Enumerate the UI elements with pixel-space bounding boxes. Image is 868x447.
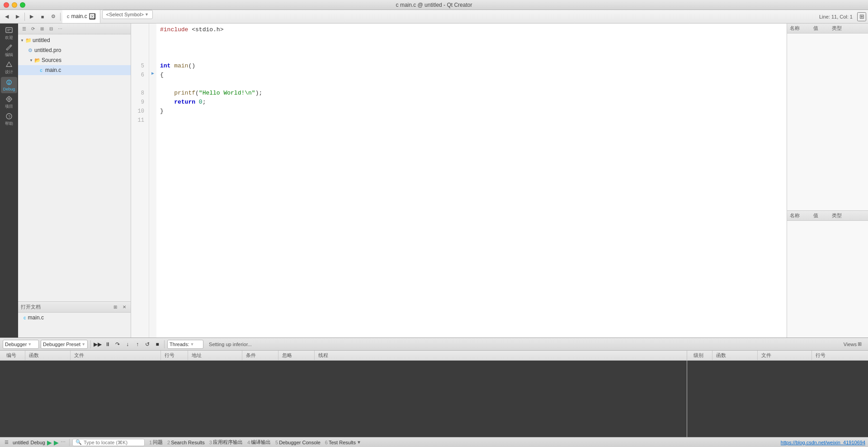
- bottom-area: Debugger ▼ Debugger Preset ▼ ▶▶ ⏸ ↷ ↓ ↑ …: [0, 338, 868, 437]
- right-panel-top-content: [787, 33, 868, 210]
- tree-item-pro[interactable]: ⚙ untitled.pro: [18, 45, 131, 55]
- code-editor[interactable]: 5 6 8 9 10 11 ▶: [131, 24, 787, 338]
- tab-label-6: Test Results: [329, 440, 356, 445]
- tab-close-button[interactable]: ✕: [89, 13, 95, 19]
- locate-search-box[interactable]: 🔍: [72, 439, 145, 446]
- gutter-line-6: ▶: [149, 69, 156, 78]
- tab-bar: c main.c ✕ <Select Symbol> ▼: [62, 10, 818, 23]
- open-docs-expand-button[interactable]: ⊞: [112, 304, 119, 311]
- tab-label-5: Debugger Console: [279, 440, 321, 445]
- sidebar-item-debug[interactable]: Debug: [1, 77, 17, 93]
- debugger-status: Setting up inferior...: [209, 342, 252, 347]
- sync-tree-button[interactable]: ⟳: [29, 25, 37, 33]
- sidebar-item-edit[interactable]: 编辑: [1, 43, 17, 59]
- back-button[interactable]: ◀: [2, 12, 12, 22]
- status-bar: ☰ untitled Debug ▶ ▶ ⋯ 🔍 1 问题 2 Search R…: [0, 437, 868, 447]
- debugger-select[interactable]: Debugger ▼: [3, 340, 39, 349]
- code-line-4: [160, 52, 783, 62]
- locate-input[interactable]: [84, 440, 138, 445]
- views-expand-button[interactable]: ⊞: [858, 341, 862, 347]
- gutter-line-1: [149, 24, 156, 33]
- threads-select[interactable]: Threads: ▼: [167, 340, 203, 349]
- sidebar-item-projects[interactable]: 项目: [1, 94, 17, 110]
- debug-run-status-button[interactable]: ▶: [54, 439, 59, 446]
- sidebar-item-help[interactable]: ? 帮助: [1, 111, 17, 128]
- status-tab-test-results[interactable]: 6 Test Results ▼: [323, 440, 363, 445]
- maximize-button[interactable]: [20, 2, 25, 8]
- svg-point-8: [8, 98, 10, 100]
- threads-label: Threads:: [170, 342, 189, 347]
- open-doc-main-c[interactable]: c main.c: [18, 313, 131, 323]
- right-panel-top-header: 名称 值 类型: [787, 24, 868, 33]
- sidebar-projects-label: 项目: [5, 104, 13, 109]
- debug-restart-button[interactable]: ↺: [143, 340, 151, 348]
- status-tab-debugger-console[interactable]: 5 Debugger Console: [274, 440, 322, 445]
- right-panel-bottom-content: [787, 221, 868, 338]
- tree-item-main-c[interactable]: c main.c: [18, 65, 131, 75]
- gutter-line-2: [149, 33, 156, 42]
- stop-button[interactable]: ■: [38, 12, 47, 22]
- right-panel-bottom-header: 名称 值 类型: [787, 211, 868, 221]
- debugger-preset-select[interactable]: Debugger Preset ▼: [41, 340, 88, 349]
- debug-step-into-button[interactable]: ↓: [123, 340, 132, 348]
- tree-expand-button[interactable]: ⊞: [38, 25, 46, 33]
- run-button[interactable]: ▶: [47, 439, 52, 446]
- search-icon: 🔍: [75, 439, 82, 445]
- sidebar-item-welcome[interactable]: 欢迎: [1, 25, 17, 42]
- code-line-1: #include <stdio.h>: [160, 25, 783, 34]
- window-title: c main.c @ untitled - Qt Creator: [396, 2, 472, 8]
- tab-main-c[interactable]: c main.c ✕: [62, 10, 100, 23]
- debug-step-out-button[interactable]: ↑: [133, 340, 142, 348]
- tree-collapse-button[interactable]: ⊟: [47, 25, 55, 33]
- status-tab-compile-output[interactable]: 4 编译输出: [245, 439, 273, 446]
- toolbar-separator-1: [24, 13, 25, 21]
- stack-content: [687, 361, 868, 437]
- build-button[interactable]: ⚙: [48, 12, 58, 22]
- chevron-down-icon: ▼: [20, 38, 24, 43]
- run-project-label: untitled: [13, 440, 28, 445]
- run-more-button[interactable]: ⋯: [61, 439, 66, 445]
- code-line-11: [160, 116, 783, 125]
- filter-tree-button[interactable]: ☰: [20, 25, 28, 33]
- breakpoints-content: [0, 361, 687, 437]
- col-type-1: 类型: [832, 25, 842, 32]
- select-symbol-dropdown[interactable]: <Select Symbol> ▼: [102, 10, 153, 19]
- debug-run-button[interactable]: ▶: [27, 12, 37, 22]
- close-button[interactable]: [4, 2, 9, 8]
- code-line-6: {: [160, 71, 783, 80]
- forward-button[interactable]: ▶: [13, 12, 23, 22]
- views-button[interactable]: Views ⊞: [840, 341, 865, 347]
- gutter-line-8: [149, 87, 156, 96]
- sidebar-toggle-button[interactable]: ☰: [3, 439, 10, 446]
- col-name-1: 名称: [790, 25, 800, 32]
- debugger-chevron-icon: ▼: [28, 342, 32, 347]
- debug-interrupt-button[interactable]: ⏸: [104, 340, 112, 348]
- breakpoints-header: 编号 函数 文件 行号 地址 条件 忽略 线程: [0, 351, 687, 361]
- minimize-button[interactable]: [12, 2, 17, 8]
- debug-continue-button[interactable]: ▶▶: [94, 340, 102, 348]
- code-line-8: printf("Hello World!\n");: [160, 89, 783, 98]
- split-editor-button[interactable]: ⊞: [857, 12, 866, 21]
- c-file-icon: c: [38, 67, 44, 73]
- status-tab-app-output[interactable]: 3 应用程序输出: [208, 439, 245, 446]
- col-value-1: 值: [813, 25, 818, 32]
- code-content[interactable]: #include <stdio.h> int main() { printf("…: [156, 24, 787, 338]
- debug-stop-button[interactable]: ■: [153, 340, 161, 348]
- traffic-lights: [4, 2, 25, 8]
- status-tab-search-results[interactable]: 2 Search Results: [165, 440, 207, 445]
- sidebar-design-label: 设计: [5, 69, 13, 75]
- debug-step-over-button[interactable]: ↷: [113, 340, 122, 348]
- tree-item-sources[interactable]: ▼ 📂 Sources: [18, 55, 131, 65]
- tab-label-1: 问题: [153, 439, 163, 446]
- tree-more-button[interactable]: ⋯: [56, 25, 64, 33]
- open-docs-close-button[interactable]: ✕: [121, 304, 128, 311]
- cursor-position: Line: 11, Col: 1: [819, 14, 856, 19]
- status-url-link[interactable]: https://blog.csdn.net/weixin_41910694: [781, 440, 865, 445]
- sidebar-item-design[interactable]: 设计: [1, 60, 17, 76]
- right-panel-top: 名称 值 类型: [787, 24, 868, 211]
- status-tab-issues[interactable]: 1 问题: [147, 439, 165, 446]
- th-level: 级别: [690, 351, 712, 360]
- main-area: 欢迎 编辑 设计 Debug 项目 ? 帮助 ☰ ⟳ ⊞ ⊟ ⋯: [0, 24, 868, 338]
- threads-chevron-icon: ▼: [190, 342, 194, 347]
- tree-item-project[interactable]: ▼ 📁 untitled: [18, 35, 131, 45]
